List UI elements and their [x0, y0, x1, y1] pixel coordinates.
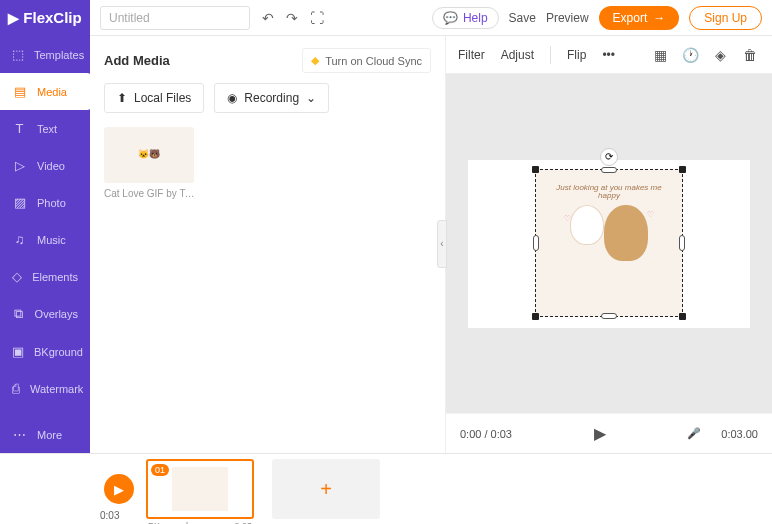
sidebar-label: Elements	[32, 271, 78, 283]
export-button[interactable]: Export→	[599, 6, 680, 30]
sidebar-label: Photo	[37, 197, 66, 209]
clip-caption: Just looking at you makes me happy	[550, 184, 668, 202]
undo-icon[interactable]: ↶	[262, 10, 274, 26]
sidebar-label: Overlays	[35, 308, 78, 320]
text-icon: T	[12, 121, 27, 136]
sidebar-item-overlays[interactable]: ⧉Overlays	[0, 295, 90, 333]
project-title-text: Untitled	[109, 11, 150, 25]
sidebar-item-text[interactable]: TText	[0, 110, 90, 147]
sidebar-item-music[interactable]: ♫Music	[0, 221, 90, 258]
collapse-handle[interactable]: ‹	[437, 220, 447, 268]
add-clip-button[interactable]: +	[272, 459, 380, 519]
elements-icon: ◇	[12, 269, 22, 284]
upload-icon: ⬆	[117, 91, 127, 105]
logo-icon: ▶	[8, 10, 19, 26]
media-panel: Add Media ◆Turn on Cloud Sync ⬆Local Fil…	[90, 36, 445, 453]
canvas-stage[interactable]: ‹ ⟳ Just looking at you makes me happy ♡	[446, 74, 772, 413]
sidebar-label: Video	[37, 160, 65, 172]
sidebar: ⬚Templates ▤Media TText ▷Video ▨Photo ♫M…	[0, 36, 90, 453]
timeline: ▶ 0:03 01 BKground 0:03 +	[0, 453, 772, 524]
sidebar-label: Text	[37, 123, 57, 135]
video-icon: ▷	[12, 158, 27, 173]
rotate-handle[interactable]: ⟳	[600, 148, 618, 166]
sidebar-item-video[interactable]: ▷Video	[0, 147, 90, 184]
save-button[interactable]: Save	[509, 11, 536, 25]
time-icon[interactable]: 🕐	[680, 45, 700, 65]
chat-icon: 💬	[443, 11, 458, 25]
resize-handle-b[interactable]	[601, 313, 617, 319]
redo-icon[interactable]: ↷	[286, 10, 298, 26]
timeline-play-button[interactable]: ▶	[104, 474, 134, 504]
logo-text: FlexClip	[23, 9, 81, 26]
timeline-clip[interactable]: 01 BKground 0:03	[146, 459, 254, 519]
playback-controls: 0:00 / 0:03 ▶ 🎤 0:03.00	[446, 413, 772, 453]
clip-number-badge: 01	[151, 464, 169, 476]
play-button[interactable]: ▶	[594, 424, 606, 443]
flip-button[interactable]: Flip	[567, 48, 586, 62]
help-button[interactable]: 💬Help	[432, 7, 499, 29]
layers-icon[interactable]: ◈	[710, 45, 730, 65]
clip-content: Just looking at you makes me happy ♡ ♡	[550, 184, 668, 302]
bkground-icon: ▣	[12, 344, 24, 359]
sidebar-item-elements[interactable]: ◇Elements	[0, 258, 90, 295]
sidebar-item-watermark[interactable]: ⎙Watermark	[0, 370, 90, 407]
resize-handle-l[interactable]	[533, 235, 539, 251]
sidebar-label: Watermark	[30, 383, 83, 395]
bear-graphic	[604, 205, 648, 261]
media-icon: ▤	[12, 84, 27, 99]
sidebar-item-templates[interactable]: ⬚Templates	[0, 36, 90, 73]
resize-handle-t[interactable]	[601, 167, 617, 173]
canvas[interactable]: ⟳ Just looking at you makes me happy ♡ ♡	[468, 160, 750, 328]
help-label: Help	[463, 11, 488, 25]
media-title: Add Media	[104, 53, 170, 68]
duration-display: 0:03.00	[721, 428, 758, 440]
more-icon: ⋯	[12, 427, 27, 442]
sidebar-label: Music	[37, 234, 66, 246]
project-title-input[interactable]: Untitled	[100, 6, 250, 30]
overlays-icon: ⧉	[12, 306, 25, 322]
export-label: Export	[613, 11, 648, 25]
more-options-icon[interactable]: •••	[602, 48, 615, 62]
sidebar-label: More	[37, 429, 62, 441]
delete-icon[interactable]: 🗑	[740, 45, 760, 65]
sidebar-item-bkground[interactable]: ▣BKground	[0, 333, 90, 370]
cloud-icon: ◆	[311, 54, 319, 67]
local-files-button[interactable]: ⬆Local Files	[104, 83, 204, 113]
resize-handle-br[interactable]	[679, 313, 686, 320]
watermark-icon: ⎙	[12, 381, 20, 396]
sidebar-label: BKground	[34, 346, 83, 358]
cloud-sync-button[interactable]: ◆Turn on Cloud Sync	[302, 48, 431, 73]
record-icon: ◉	[227, 91, 237, 105]
heart-icon: ♡	[647, 210, 654, 219]
arrow-right-icon: →	[653, 11, 665, 25]
separator	[550, 46, 551, 64]
music-icon: ♫	[12, 232, 27, 247]
fullscreen-icon[interactable]: ⛶	[310, 10, 324, 26]
sidebar-item-more[interactable]: ⋯More	[0, 416, 90, 453]
resize-handle-r[interactable]	[679, 235, 685, 251]
selection-frame[interactable]: ⟳ Just looking at you makes me happy ♡ ♡	[535, 169, 683, 317]
recording-label: Recording	[244, 91, 299, 105]
resize-handle-tl[interactable]	[532, 166, 539, 173]
timeline-time: 0:03	[100, 510, 119, 521]
adjust-button[interactable]: Adjust	[501, 48, 534, 62]
app-logo[interactable]: ▶FlexClip	[0, 0, 90, 36]
media-thumbnail[interactable]: 🐱🐻 Cat Love GIF by Tonton ...	[104, 127, 431, 199]
time-display: 0:00 / 0:03	[460, 428, 512, 440]
sidebar-item-media[interactable]: ▤Media	[0, 73, 91, 110]
microphone-icon[interactable]: 🎤	[687, 427, 701, 440]
sidebar-label: Media	[37, 86, 67, 98]
context-toolbar: Filter Adjust Flip ••• ▦ 🕐 ◈ 🗑 Adjust Ti…	[446, 36, 772, 74]
templates-icon: ⬚	[12, 47, 24, 62]
signup-button[interactable]: Sign Up	[689, 6, 762, 30]
resize-handle-bl[interactable]	[532, 313, 539, 320]
cat-graphic	[570, 205, 604, 245]
sidebar-label: Templates	[34, 49, 84, 61]
resize-handle-tr[interactable]	[679, 166, 686, 173]
recording-button[interactable]: ◉Recording⌄	[214, 83, 329, 113]
grid-icon[interactable]: ▦	[650, 45, 670, 65]
filter-button[interactable]: Filter	[458, 48, 485, 62]
sidebar-item-photo[interactable]: ▨Photo	[0, 184, 90, 221]
preview-button[interactable]: Preview	[546, 11, 589, 25]
chevron-down-icon: ⌄	[306, 91, 316, 105]
